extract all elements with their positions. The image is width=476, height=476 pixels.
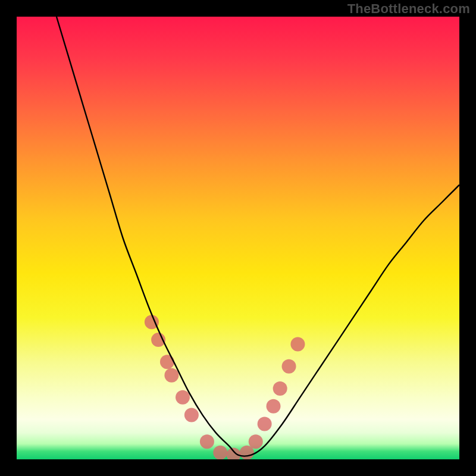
chart-frame xyxy=(17,17,459,459)
chart-marker xyxy=(249,434,263,449)
chart-marker xyxy=(258,416,272,431)
chart-marker xyxy=(200,434,214,449)
chart-markers xyxy=(145,315,305,459)
chart-marker xyxy=(227,448,241,459)
chart-marker xyxy=(176,390,190,405)
chart-marker xyxy=(282,359,296,374)
chart-svg xyxy=(17,17,459,459)
watermark-text: TheBottleneck.com xyxy=(347,1,470,17)
chart-marker xyxy=(213,446,227,459)
chart-curve xyxy=(57,17,459,456)
plot-area xyxy=(17,17,459,459)
chart-marker xyxy=(160,355,174,369)
chart-marker xyxy=(164,368,178,383)
chart-marker xyxy=(184,408,199,422)
chart-marker xyxy=(290,337,305,352)
chart-marker xyxy=(267,399,281,414)
chart-marker xyxy=(273,381,287,396)
